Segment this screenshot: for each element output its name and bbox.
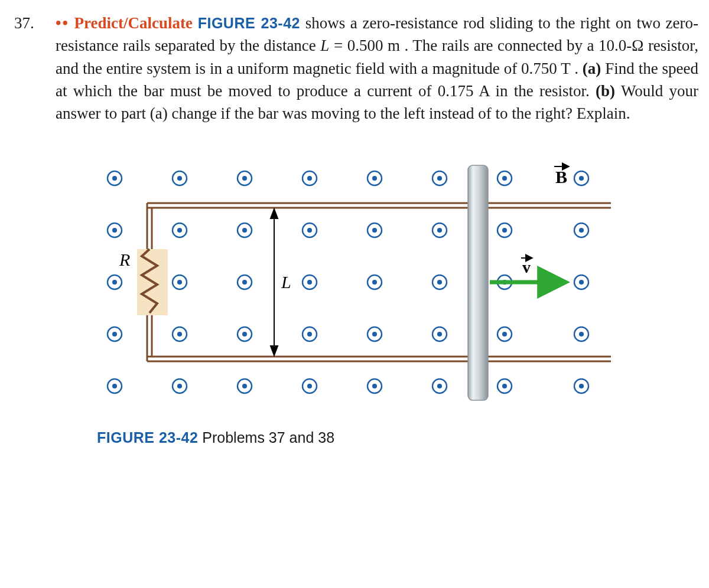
value-R: 10.0-Ω [599,37,643,54]
figure-reference: FIGURE 23-42 [198,15,300,31]
text: in the resistor. [496,82,596,100]
problem-number: 37. [14,12,56,34]
equals: = [334,37,347,54]
problem-body: •• Predict/Calculate FIGURE 23-42 shows … [56,12,698,125]
difficulty-dots: •• [56,14,69,32]
sliding-rod [468,165,488,400]
caption-figure-number: FIGURE 23-42 [97,429,198,446]
part-a-label: (a) [583,60,601,77]
value-B: 0.750 T [521,60,570,77]
figure-caption: FIGURE 23-42 Problems 37 and 38 [97,427,698,449]
text: . The rails are connected by a [404,37,599,54]
value-I: 0.175 A [438,82,490,100]
svg-marker-12 [271,209,278,218]
svg-marker-13 [271,346,278,355]
velocity-label: v [521,258,532,276]
text: . [574,60,583,77]
resistor [137,249,168,315]
label-L: L [281,272,291,292]
circuit-diagram: R L v B [97,155,611,414]
svg-rect-14 [468,165,488,400]
caption-text: Problems 37 and 38 [198,429,334,446]
value-L: 0.500 m [347,37,400,54]
variable-L: L [320,37,329,54]
resistor-label: R [119,250,130,269]
svg-text:v: v [522,258,531,276]
predict-calculate-label: Predict/Calculate [74,14,193,32]
problem-37: 37. •• Predict/Calculate FIGURE 23-42 sh… [14,12,698,125]
svg-text:B: B [555,167,567,187]
dimension-L [271,209,278,355]
figure-23-42: R L v B FIGURE 23-42 Problems 37 and 38 [97,155,698,449]
magnetic-field-label: B [554,166,568,187]
part-b-label: (b) [596,82,615,100]
